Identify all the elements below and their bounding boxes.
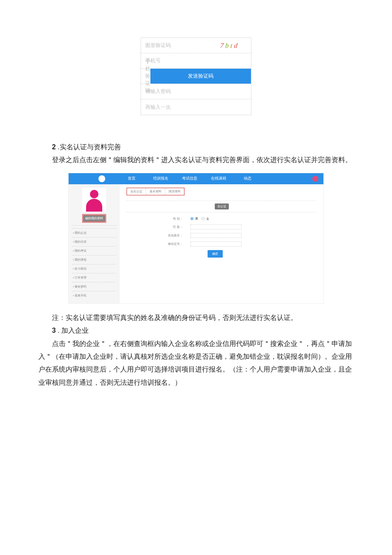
realname-input[interactable] [190,233,242,238]
submit-wrap: 确定 [208,250,317,258]
password-row[interactable]: 请输入密码 [141,84,251,99]
sidebar-item-change-phone[interactable]: 更换手机 [72,291,116,300]
radio-male-label: 男 [195,217,198,220]
sidebar-item-my-company[interactable]: 我的企业 [72,228,116,237]
ethnic-label: 民 族： [127,225,190,229]
profile-app-screenshot: 首页 培训报名 考试信息 在线课程 动态 编辑我的资料 [68,173,324,304]
idcard-label: 身份证号： [127,242,190,246]
auth-status-badge: 未认证 [215,203,229,209]
section-2-note: 注：实名认证需要填写真实的姓名及准确的身份证号码，否则无法进行实名认证。 [38,311,354,324]
radio-male[interactable] [190,217,193,220]
section-2-text: 2 .实名认证与资料完善 登录之后点击左侧＂编辑我的资料＂进入实名认证与资料完善… [38,141,354,167]
captcha-row: 图形验证码 7btd [141,38,251,53]
edit-profile-button[interactable]: 编辑我的资料 [83,215,105,222]
radio-female[interactable] [202,217,205,220]
section-2-para: 登录之后点击左侧＂编辑我的资料＂进入实名认证与资料完善界面，依次进行实名认证并完… [38,154,354,166]
ethnic-row: 民 族： [127,224,317,230]
section-2-note-and-3: 注：实名认证需要填写真实的姓名及准确的身份证号码，否则无法进行实名认证。 3 .… [38,311,354,389]
submit-button[interactable]: 确定 [208,250,223,258]
user-avatar-icon[interactable] [312,176,318,182]
password-confirm-input[interactable]: 再输入一次 [141,104,251,111]
app-body: 编辑我的资料 我的企业 我的培训 我的考试 我的课程 练习模拟 订单管理 修改密… [69,184,323,303]
gender-control: 男 女 [190,217,317,221]
nav-news[interactable]: 动态 [233,176,262,181]
document-page: 图形验证码 7btd 手机号 手机验证码 发送验证码 请输入密码 再输入一次 2… [0,38,392,474]
sidebar: 编辑我的资料 我的企业 我的培训 我的考试 我的课程 练习模拟 订单管理 修改密… [69,184,120,303]
section-2-heading: 2 .实名认证与资料完善 [38,141,354,154]
nav-training-signup[interactable]: 培训报名 [146,176,175,181]
sidebar-item-practice[interactable]: 练习模拟 [72,264,116,273]
gender-label: 性 别： [127,217,190,221]
sidebar-item-my-training[interactable]: 我的培训 [72,237,116,246]
send-code-button[interactable]: 发送验证码 [150,69,251,84]
sidebar-item-my-course[interactable]: 我的课程 [72,255,116,264]
section-3-title: . 加入企业 [58,327,89,334]
section-3-heading: 3 . 加入企业 [38,324,354,337]
profile-tabs: 实名认证 基本资料 附加资料 [127,188,184,195]
radio-female-label: 女 [206,217,209,220]
sidebar-item-my-exam[interactable]: 我的考试 [72,246,116,255]
auth-status-row: 未认证 [127,200,317,212]
idcard-input[interactable] [190,241,242,247]
sms-code-row: 手机验证码 发送验证码 [141,69,251,84]
phone-row[interactable]: 手机号 [141,53,251,69]
section-number: 2 [52,143,56,151]
nav-exam-info[interactable]: 考试信息 [175,176,204,181]
section-3-number: 3 [52,327,56,334]
tab-basic-info[interactable]: 基本资料 [146,188,165,195]
section-3-para: 点击＂我的企业＂，在右侧查询框内输入企业名称或企业信用代码即可＂搜索企业＂，再点… [38,337,354,389]
registration-form: 图形验证码 7btd 手机号 手机验证码 发送验证码 请输入密码 再输入一次 [141,38,251,115]
phone-input[interactable]: 手机号 [141,57,251,64]
tab-extra-info[interactable]: 附加资料 [165,188,184,195]
tab-realname-auth[interactable]: 实名认证 [127,188,146,195]
sidebar-avatar [82,188,106,212]
section-title: .实名认证与资料完善 [58,143,121,151]
sidebar-item-orders[interactable]: 订单管理 [72,273,116,282]
nav-online-course[interactable]: 在线课程 [204,176,233,181]
sidebar-avatar-box: 编辑我的资料 [72,188,116,226]
captcha-label: 图形验证码 [141,42,208,49]
content-area: 实名认证 基本资料 附加资料 未认证 性 别： 男 女 [120,184,323,303]
top-nav: 首页 培训报名 考试信息 在线课程 动态 [69,173,323,184]
password-input[interactable]: 请输入密码 [141,88,251,95]
realname-label: 真实姓名： [127,233,190,238]
password-confirm-row[interactable]: 再输入一次 [141,99,251,115]
captcha-image[interactable]: 7btd [208,38,252,53]
ethnic-input[interactable] [190,224,242,230]
sidebar-menu: 我的企业 我的培训 我的考试 我的课程 练习模拟 订单管理 修改密码 更换手机 [72,228,116,300]
nav-home[interactable]: 首页 [117,176,146,181]
logo-icon[interactable] [98,175,105,182]
gender-row: 性 别： 男 女 [127,217,317,221]
realname-row: 真实姓名： [127,233,317,238]
sidebar-item-change-password[interactable]: 修改密码 [72,282,116,291]
edit-profile-highlight: 编辑我的资料 [82,214,106,223]
idcard-row: 身份证号： [127,241,317,247]
